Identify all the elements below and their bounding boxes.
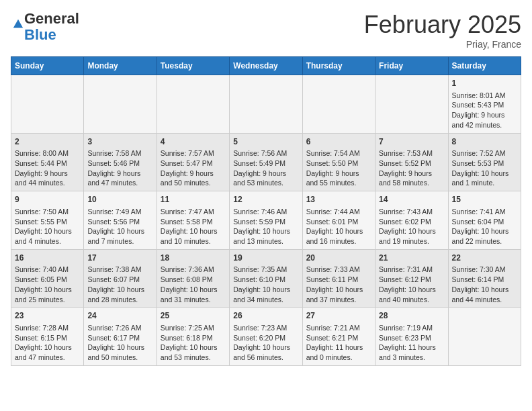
day-info: Sunrise: 7:35 AM Sunset: 6:10 PM Dayligh…	[233, 265, 298, 304]
day-info: Sunrise: 7:28 AM Sunset: 6:15 PM Dayligh…	[15, 323, 80, 363]
day-number: 12	[233, 194, 298, 205]
day-number: 24	[87, 310, 152, 322]
day-number: 9	[15, 194, 80, 205]
day-info: Sunrise: 7:30 AM Sunset: 6:14 PM Dayligh…	[452, 265, 517, 304]
calendar-cell: 17Sunrise: 7:38 AM Sunset: 6:07 PM Dayli…	[84, 249, 157, 308]
calendar-cell: 10Sunrise: 7:49 AM Sunset: 5:56 PM Dayli…	[84, 191, 157, 250]
calendar-cell: 5Sunrise: 7:56 AM Sunset: 5:49 PM Daylig…	[230, 133, 302, 191]
header-thursday: Thursday	[302, 57, 375, 75]
day-number: 8	[452, 136, 517, 148]
calendar-cell: 18Sunrise: 7:36 AM Sunset: 6:08 PM Dayli…	[157, 249, 229, 308]
calendar-cell: 2Sunrise: 8:00 AM Sunset: 5:44 PM Daylig…	[11, 133, 84, 191]
day-info: Sunrise: 7:58 AM Sunset: 5:46 PM Dayligh…	[87, 148, 152, 188]
day-number: 2	[15, 136, 80, 148]
logo-text: General Blue	[24, 11, 79, 43]
calendar-body: 1Sunrise: 8:01 AM Sunset: 5:43 PM Daylig…	[11, 75, 521, 366]
page-header: General Blue February 2025 Priay, France	[11, 11, 521, 50]
day-number: 17	[87, 253, 152, 264]
calendar-cell: 8Sunrise: 7:52 AM Sunset: 5:53 PM Daylig…	[448, 133, 521, 191]
calendar-week-1: 1Sunrise: 8:01 AM Sunset: 5:43 PM Daylig…	[11, 75, 521, 134]
calendar-week-4: 16Sunrise: 7:40 AM Sunset: 6:05 PM Dayli…	[11, 249, 521, 308]
calendar-cell: 3Sunrise: 7:58 AM Sunset: 5:46 PM Daylig…	[84, 133, 157, 191]
calendar-cell: 6Sunrise: 7:54 AM Sunset: 5:50 PM Daylig…	[302, 133, 375, 191]
day-info: Sunrise: 7:49 AM Sunset: 5:56 PM Dayligh…	[87, 207, 152, 246]
calendar-cell: 13Sunrise: 7:44 AM Sunset: 6:01 PM Dayli…	[302, 191, 375, 250]
day-number: 15	[452, 194, 517, 205]
calendar-cell: 26Sunrise: 7:23 AM Sunset: 6:20 PM Dayli…	[230, 308, 302, 366]
calendar-cell: 23Sunrise: 7:28 AM Sunset: 6:15 PM Dayli…	[11, 308, 84, 366]
calendar-week-5: 23Sunrise: 7:28 AM Sunset: 6:15 PM Dayli…	[11, 308, 521, 366]
day-info: Sunrise: 7:33 AM Sunset: 6:11 PM Dayligh…	[306, 265, 371, 304]
calendar-cell: 1Sunrise: 8:01 AM Sunset: 5:43 PM Daylig…	[448, 75, 521, 134]
calendar-cell: 19Sunrise: 7:35 AM Sunset: 6:10 PM Dayli…	[230, 249, 302, 308]
calendar-table: Sunday Monday Tuesday Wednesday Thursday…	[11, 56, 521, 366]
calendar-cell: 14Sunrise: 7:43 AM Sunset: 6:02 PM Dayli…	[375, 191, 448, 250]
day-info: Sunrise: 7:50 AM Sunset: 5:55 PM Dayligh…	[15, 207, 80, 246]
calendar-cell	[84, 75, 157, 134]
calendar-cell: 21Sunrise: 7:31 AM Sunset: 6:12 PM Dayli…	[375, 249, 448, 308]
calendar-cell	[11, 75, 84, 134]
day-info: Sunrise: 7:56 AM Sunset: 5:49 PM Dayligh…	[233, 148, 298, 188]
logo-icon	[12, 18, 24, 30]
day-number: 28	[379, 310, 444, 322]
day-info: Sunrise: 7:46 AM Sunset: 5:59 PM Dayligh…	[233, 207, 298, 246]
day-info: Sunrise: 7:23 AM Sunset: 6:20 PM Dayligh…	[233, 323, 298, 363]
day-info: Sunrise: 7:54 AM Sunset: 5:50 PM Dayligh…	[306, 148, 371, 188]
calendar-cell: 7Sunrise: 7:53 AM Sunset: 5:52 PM Daylig…	[375, 133, 448, 191]
day-info: Sunrise: 7:26 AM Sunset: 6:17 PM Dayligh…	[87, 323, 152, 363]
calendar-cell	[375, 75, 448, 134]
location: Priay, France	[364, 39, 521, 50]
day-number: 22	[452, 253, 517, 264]
calendar-cell	[230, 75, 302, 134]
calendar-cell: 25Sunrise: 7:25 AM Sunset: 6:18 PM Dayli…	[157, 308, 229, 366]
day-number: 27	[306, 310, 371, 322]
calendar-cell: 15Sunrise: 7:41 AM Sunset: 6:04 PM Dayli…	[448, 191, 521, 250]
day-info: Sunrise: 7:43 AM Sunset: 6:02 PM Dayligh…	[379, 207, 444, 246]
day-info: Sunrise: 7:38 AM Sunset: 6:07 PM Dayligh…	[87, 265, 152, 304]
day-number: 16	[15, 253, 80, 264]
calendar-cell	[157, 75, 229, 134]
calendar-cell: 4Sunrise: 7:57 AM Sunset: 5:47 PM Daylig…	[157, 133, 229, 191]
day-number: 3	[87, 136, 152, 148]
day-info: Sunrise: 7:41 AM Sunset: 6:04 PM Dayligh…	[452, 207, 517, 246]
logo-general: General	[24, 10, 79, 27]
calendar-cell	[448, 308, 521, 366]
day-info: Sunrise: 7:36 AM Sunset: 6:08 PM Dayligh…	[161, 265, 226, 304]
day-number: 19	[233, 253, 298, 264]
calendar-week-2: 2Sunrise: 8:00 AM Sunset: 5:44 PM Daylig…	[11, 133, 521, 191]
calendar-week-3: 9Sunrise: 7:50 AM Sunset: 5:55 PM Daylig…	[11, 191, 521, 250]
day-info: Sunrise: 7:57 AM Sunset: 5:47 PM Dayligh…	[161, 148, 226, 188]
day-number: 14	[379, 194, 444, 205]
day-info: Sunrise: 7:52 AM Sunset: 5:53 PM Dayligh…	[452, 148, 517, 188]
day-number: 25	[161, 310, 226, 322]
day-number: 4	[161, 136, 226, 148]
calendar-cell: 9Sunrise: 7:50 AM Sunset: 5:55 PM Daylig…	[11, 191, 84, 250]
calendar-cell: 28Sunrise: 7:19 AM Sunset: 6:23 PM Dayli…	[375, 308, 448, 366]
calendar-cell: 22Sunrise: 7:30 AM Sunset: 6:14 PM Dayli…	[448, 249, 521, 308]
day-number: 7	[379, 136, 444, 148]
day-number: 18	[161, 253, 226, 264]
calendar-cell	[302, 75, 375, 134]
day-info: Sunrise: 7:25 AM Sunset: 6:18 PM Dayligh…	[161, 323, 226, 363]
day-number: 11	[161, 194, 226, 205]
title-block: February 2025 Priay, France	[364, 11, 521, 50]
day-info: Sunrise: 7:21 AM Sunset: 6:21 PM Dayligh…	[306, 323, 371, 363]
day-number: 5	[233, 136, 298, 148]
calendar-cell: 11Sunrise: 7:47 AM Sunset: 5:58 PM Dayli…	[157, 191, 229, 250]
logo: General Blue	[11, 11, 79, 43]
calendar-cell: 12Sunrise: 7:46 AM Sunset: 5:59 PM Dayli…	[230, 191, 302, 250]
day-info: Sunrise: 7:53 AM Sunset: 5:52 PM Dayligh…	[379, 148, 444, 188]
header-friday: Friday	[375, 57, 448, 75]
calendar-cell: 24Sunrise: 7:26 AM Sunset: 6:17 PM Dayli…	[84, 308, 157, 366]
header-tuesday: Tuesday	[157, 57, 229, 75]
day-info: Sunrise: 7:40 AM Sunset: 6:05 PM Dayligh…	[15, 265, 80, 304]
day-info: Sunrise: 7:47 AM Sunset: 5:58 PM Dayligh…	[161, 207, 226, 246]
day-number: 13	[306, 194, 371, 205]
calendar-cell: 16Sunrise: 7:40 AM Sunset: 6:05 PM Dayli…	[11, 249, 84, 308]
month-title: February 2025	[364, 11, 521, 39]
calendar-cell: 27Sunrise: 7:21 AM Sunset: 6:21 PM Dayli…	[302, 308, 375, 366]
svg-marker-0	[13, 19, 23, 28]
day-info: Sunrise: 8:01 AM Sunset: 5:43 PM Dayligh…	[452, 91, 517, 130]
header-saturday: Saturday	[448, 57, 521, 75]
day-number: 21	[379, 253, 444, 264]
